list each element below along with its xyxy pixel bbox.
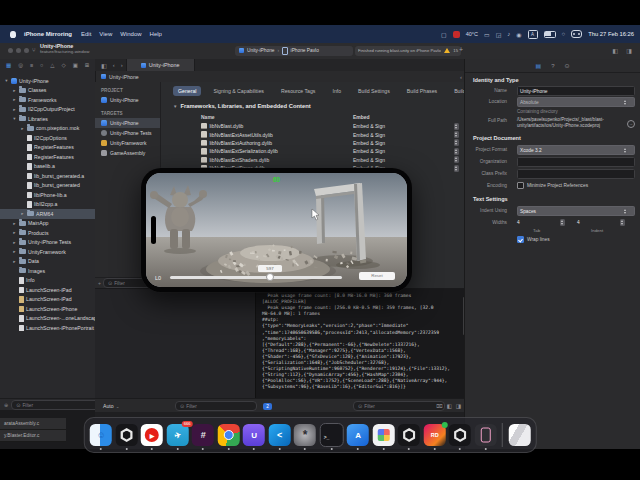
- slack-dock-icon[interactable]: #: [192, 424, 214, 446]
- navigator-file-row[interactable]: lib_burst_generated.a: [0, 171, 95, 181]
- minimize-references-checkbox[interactable]: [517, 182, 524, 189]
- class-prefix-field[interactable]: [517, 169, 635, 179]
- navigator-file-row[interactable]: ▾ Libraries: [0, 114, 95, 124]
- framework-row[interactable]: libNvBlastExtAuthoring.dylib Embed & Sig…: [201, 139, 463, 147]
- navigator-file-row[interactable]: ▸ Unity-iPhone Tests: [0, 238, 95, 248]
- embed-dropdown-icon[interactable]: [454, 148, 459, 155]
- wrap-lines-checkbox[interactable]: [517, 236, 524, 243]
- target-item[interactable]: Unity-iPhone: [95, 118, 160, 128]
- find-navigator-icon[interactable]: ○: [40, 62, 43, 68]
- console-filter-field[interactable]: ⊙ Filter: [353, 401, 445, 411]
- settings-tab[interactable]: General: [173, 86, 201, 96]
- finder-dock-icon[interactable]: ☺: [90, 424, 112, 446]
- forward-button[interactable]: ›: [121, 62, 123, 68]
- navigator-file-row[interactable]: LaunchScreen-...oneLandscape: [0, 314, 95, 324]
- inspector-toggle-icon[interactable]: ◨: [626, 47, 632, 54]
- unity-hub-dock-icon[interactable]: [116, 424, 138, 446]
- variables-filter-field[interactable]: ⊙ Filter: [175, 401, 257, 411]
- disclosure-triangle-icon[interactable]: ▸: [12, 88, 17, 93]
- target-item[interactable]: GameAssembly: [95, 148, 160, 158]
- reset-button[interactable]: Reset: [359, 272, 395, 280]
- goto-path-arrow-icon[interactable]: →: [627, 120, 635, 128]
- disclosure-triangle-icon[interactable]: ▸: [12, 249, 17, 254]
- debug-console[interactable]: Peak usage frame count: [8.0 MB-16.0 MB]…: [255, 288, 466, 399]
- background-file-tab[interactable]: arataAssembly.c: [0, 418, 66, 430]
- tab-width-stepper[interactable]: 4: [517, 218, 569, 226]
- target-item[interactable]: Unity-iPhone Tests: [95, 128, 160, 138]
- navigator-file-row[interactable]: ▸ Frameworks: [0, 95, 95, 105]
- name-field[interactable]: Unity-iPhone: [517, 86, 635, 96]
- related-items-icon[interactable]: ‹: [460, 74, 462, 80]
- settings-tab[interactable]: Info: [327, 86, 346, 96]
- record-circle-icon[interactable]: ◉: [516, 31, 521, 38]
- indent-width-stepper[interactable]: 4: [577, 218, 629, 226]
- source-control-navigator-icon[interactable]: ◎: [18, 62, 23, 68]
- framework-row[interactable]: libNvBlast.dylib Embed & Sign: [201, 122, 463, 130]
- location-dropdown[interactable]: Absolute: [517, 97, 635, 107]
- navigator-file-row[interactable]: ▸ Data: [0, 257, 95, 267]
- history-inspector-icon[interactable]: ⊙: [564, 62, 569, 69]
- variables-panel-toggle-icon[interactable]: ◧: [447, 403, 452, 409]
- navigator-add-icon[interactable]: ⊕: [4, 402, 8, 408]
- navigator-file-row[interactable]: Images: [0, 266, 95, 276]
- navigator-file-row[interactable]: ▸ UnityFramework: [0, 247, 95, 257]
- scheme-selector[interactable]: Unity-iPhone › iPhone Pavlo: [235, 46, 353, 56]
- embed-dropdown-icon[interactable]: [454, 131, 459, 138]
- framework-row[interactable]: libNvBlastExtSerialization.dylib Embed &…: [201, 147, 463, 155]
- embed-setting[interactable]: Embed & Sign: [353, 132, 385, 138]
- navigator-file-row[interactable]: ▸ com.pixeption.mok: [0, 124, 95, 134]
- unity-editor-dock-icon[interactable]: [449, 424, 471, 446]
- slider-handle[interactable]: [266, 273, 274, 281]
- disclosure-triangle-icon[interactable]: ▸: [12, 97, 17, 102]
- embed-setting[interactable]: Embed & Sign: [353, 123, 385, 129]
- add-target-icon[interactable]: +: [98, 280, 101, 286]
- disclosure-triangle-icon[interactable]: ▾: [12, 116, 17, 121]
- telegram-dock-icon[interactable]: ✈666: [167, 424, 189, 446]
- mirrored-screen[interactable]: 60 L0 597 Reset: [146, 173, 407, 287]
- airplay-icon[interactable]: ◲: [496, 31, 502, 38]
- project-navigator-icon[interactable]: ▦: [6, 62, 11, 68]
- temperature-status[interactable]: 40°C: [466, 31, 478, 37]
- settings-tab[interactable]: Resource Tags: [276, 86, 321, 96]
- navigator-file-row[interactable]: LaunchScreen-iPhone: [0, 304, 95, 314]
- menu-app-name[interactable]: iPhone Mirroring: [24, 31, 72, 37]
- zoom-window-button[interactable]: [24, 48, 29, 53]
- frameworks-section-header[interactable]: ▼ Frameworks, Libraries, and Embedded Co…: [173, 103, 311, 109]
- debug-navigator-icon[interactable]: ▣: [73, 62, 78, 68]
- navigator-file-row[interactable]: ▸ ARM64: [0, 209, 95, 219]
- breakpoints-navigator-icon[interactable]: ⊞: [85, 62, 90, 68]
- navigator-file-row[interactable]: Il2CppOptions: [0, 133, 95, 143]
- menu-window[interactable]: Window: [120, 31, 141, 37]
- back-button[interactable]: ‹: [113, 62, 115, 68]
- chrome-dock-icon[interactable]: [218, 424, 240, 446]
- embed-dropdown-icon[interactable]: [454, 123, 459, 130]
- navigator-file-row[interactable]: ▾ Unity-iPhone: [0, 76, 95, 86]
- menu-help[interactable]: Help: [150, 31, 162, 37]
- launchpad-dock-icon[interactable]: [373, 424, 395, 446]
- settings-tab[interactable]: Signing & Capabilities: [208, 86, 268, 96]
- navigator-file-row[interactable]: lib_burst_generated: [0, 181, 95, 191]
- utm-dock-icon[interactable]: U: [243, 424, 265, 446]
- battery-icon[interactable]: [544, 31, 556, 38]
- editor-options-icon[interactable]: ◧: [612, 47, 618, 54]
- framework-row[interactable]: libNvBlastExtAssetUtils.dylib Embed & Si…: [201, 130, 463, 138]
- disclosure-triangle-icon[interactable]: ▸: [12, 221, 17, 226]
- navigator-file-row[interactable]: Info: [0, 276, 95, 286]
- navigator-file-row[interactable]: baselib.a: [0, 162, 95, 172]
- recording-app-icon[interactable]: [453, 31, 460, 38]
- navigator-file-row[interactable]: ▸ Products: [0, 228, 95, 238]
- disclosure-triangle-icon[interactable]: ▼: [173, 104, 177, 109]
- embed-setting[interactable]: Embed & Sign: [353, 157, 385, 163]
- navigator-file-row[interactable]: RegisterFeatures: [0, 143, 95, 153]
- system-settings-dock-icon[interactable]: *: [294, 424, 316, 446]
- tests-navigator-icon[interactable]: ◇: [61, 62, 65, 68]
- menu-edit[interactable]: Edit: [81, 31, 91, 37]
- toolbar-project-block[interactable]: Unity-iPhone feature/fracturing-window: [40, 44, 89, 55]
- close-window-button[interactable]: [8, 48, 13, 53]
- library-add-button[interactable]: +: [459, 46, 463, 53]
- iphone-mirroring-window[interactable]: 60 L0 597 Reset: [141, 168, 412, 292]
- xcode-dock-icon[interactable]: A: [347, 424, 369, 446]
- youtube-dock-icon[interactable]: ▶: [141, 424, 163, 446]
- bookmarks-navigator-icon[interactable]: ≡: [30, 62, 33, 68]
- target-item[interactable]: UnityFramework: [95, 138, 160, 148]
